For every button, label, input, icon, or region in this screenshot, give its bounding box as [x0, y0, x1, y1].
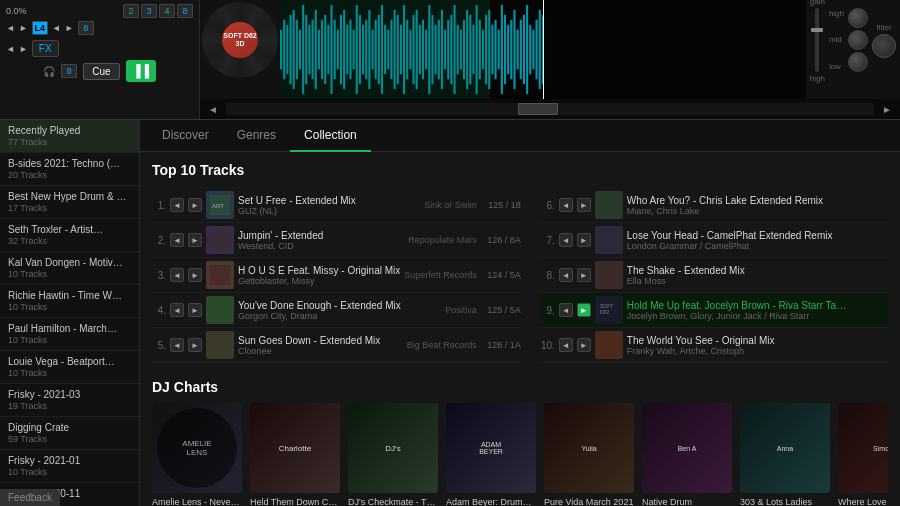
track-thumb-4 — [206, 296, 234, 324]
track-next-1[interactable]: ► — [188, 198, 202, 212]
sidebar-item-6[interactable]: Paul Hamilton - March… 10 Tracks — [0, 318, 139, 351]
cue-button[interactable]: Cue — [83, 63, 119, 80]
sidebar-item-title-2: Best New Hype Drum & B… — [8, 191, 128, 202]
arrow-right[interactable]: ► — [19, 23, 28, 33]
track-thumb-3 — [206, 261, 234, 289]
track-next-6[interactable]: ► — [577, 198, 591, 212]
content-area: Top 10 Tracks 1. ◄ ► ART Set U Free - Ex… — [140, 152, 900, 506]
tracks-column-right: 6. ◄ ► Who Are You? - Chris Lake Extende… — [541, 188, 888, 363]
eq-section-right: gain high high mid low — [806, 0, 900, 80]
num-box-8[interactable]: 8 — [177, 4, 193, 18]
track-prev-5[interactable]: ◄ — [170, 338, 184, 352]
svg-rect-72 — [507, 25, 509, 75]
track-next-9[interactable]: ► — [577, 303, 591, 317]
track-prev-2[interactable]: ◄ — [170, 233, 184, 247]
track-prev-6[interactable]: ◄ — [559, 198, 573, 212]
num-box-3[interactable]: 3 — [141, 4, 157, 18]
track-prev-3[interactable]: ◄ — [170, 268, 184, 282]
tab-genres[interactable]: Genres — [223, 120, 290, 152]
num-box-8b[interactable]: 8 — [78, 21, 94, 35]
track-next-8[interactable]: ► — [577, 268, 591, 282]
chart-card-1[interactable]: Charlotte Held Them Down Chart Charlotte… — [250, 403, 340, 506]
track-bpm-2: 126 / 8A — [481, 235, 521, 245]
tracks-column-left: 1. ◄ ► ART Set U Free - Extended Mix GUZ… — [152, 188, 521, 363]
track-next-7[interactable]: ► — [577, 233, 591, 247]
track-artist-1: GUZ (NL) — [238, 206, 420, 216]
sidebar-item-3[interactable]: Seth Troxler - Artist… 32 Tracks — [0, 219, 139, 252]
charts-grid: AMELIELENS Amelie Lens - Never The Sam… … — [152, 403, 888, 506]
svg-rect-76 — [520, 20, 522, 79]
track-thumb-5 — [206, 331, 234, 359]
arrow-right3[interactable]: ► — [19, 44, 28, 54]
arrow-right2[interactable]: ► — [65, 23, 74, 33]
sidebar-item-4[interactable]: Kal Van Dongen - Motiv… 10 Tracks — [0, 252, 139, 285]
track-prev-8[interactable]: ◄ — [559, 268, 573, 282]
mid-knob-right[interactable] — [848, 30, 868, 50]
sidebar-item-7[interactable]: Louie Vega - Beatport… 10 Tracks — [0, 351, 139, 384]
chart-card-0[interactable]: AMELIELENS Amelie Lens - Never The Sam… … — [152, 403, 242, 506]
arrow-left[interactable]: ◄ — [6, 23, 15, 33]
track-prev-4[interactable]: ◄ — [170, 303, 184, 317]
play-button[interactable]: ▐▐ — [126, 60, 156, 82]
main-content: Recently Played 77 Tracks B-sides 2021: … — [0, 120, 900, 506]
chart-thumb-4: Yulia — [544, 403, 634, 493]
chart-name-7: Where Love Lives — [838, 497, 888, 506]
mid-label-right: mid — [829, 35, 844, 44]
nav-arrow-right[interactable]: ► — [882, 104, 892, 115]
num-box-2[interactable]: 2 — [123, 4, 139, 18]
svg-rect-67 — [491, 25, 493, 75]
track-next-4[interactable]: ► — [188, 303, 202, 317]
sidebar-item-0[interactable]: Recently Played 77 Tracks — [0, 120, 139, 153]
sidebar-item-count-6: 10 Tracks — [8, 335, 131, 345]
svg-rect-82 — [539, 10, 541, 89]
chart-card-6[interactable]: Anna 303 & Lots Ladies Anna Lunoe — [740, 403, 830, 506]
nav-arrow-left[interactable]: ◄ — [208, 104, 218, 115]
track-thumb-7 — [595, 226, 623, 254]
track-info-5: Sun Goes Down - Extended Mix Cloonee — [238, 335, 403, 356]
fx-button[interactable]: FX — [32, 40, 59, 57]
chart-card-5[interactable]: Ben A Native Drum Ben A — [642, 403, 732, 506]
track-artist-3: Gettoblaster, Missy — [238, 276, 400, 286]
num-box-4[interactable]: 4 — [159, 4, 175, 18]
sidebar-item-9[interactable]: Digging Crate 59 Tracks — [0, 417, 139, 450]
sidebar-item-1[interactable]: B-sides 2021: Techno (… 20 Tracks — [0, 153, 139, 186]
track-title-6: Who Are You? - Chris Lake Extended Remix — [627, 195, 888, 206]
sidebar-item-2[interactable]: Best New Hype Drum & B… 17 Tracks — [0, 186, 139, 219]
headphone-num[interactable]: 8 — [61, 64, 77, 78]
track-artist-5: Cloonee — [238, 346, 403, 356]
track-next-3[interactable]: ► — [188, 268, 202, 282]
chart-card-7[interactable]: Simon Where Love Lives Simon Dunmore — [838, 403, 888, 506]
sidebar-item-8[interactable]: Frisky - 2021-03 19 Tracks — [0, 384, 139, 417]
track-prev-7[interactable]: ◄ — [559, 233, 573, 247]
high-knob-right[interactable] — [848, 8, 868, 28]
arrow-left3[interactable]: ◄ — [6, 44, 15, 54]
track-prev-10[interactable]: ◄ — [559, 338, 573, 352]
tab-collection[interactable]: Collection — [290, 120, 371, 152]
svg-rect-87 — [210, 230, 230, 250]
key-box[interactable]: L4 — [32, 21, 48, 35]
track-prev-9[interactable]: ◄ — [559, 303, 573, 317]
tab-discover[interactable]: Discover — [148, 120, 223, 152]
svg-rect-78 — [526, 5, 528, 94]
svg-rect-92 — [599, 230, 619, 250]
svg-rect-89 — [210, 300, 230, 320]
vinyl-art: SOFT D62 3D — [202, 2, 278, 78]
feedback-button[interactable]: Feedback — [0, 489, 60, 506]
sidebar-item-5[interactable]: Richie Hawtin - Time W… 10 Tracks — [0, 285, 139, 318]
filter-knob-right[interactable] — [872, 34, 896, 58]
low-knob-right[interactable] — [848, 52, 868, 72]
chart-card-2[interactable]: DJ's DJ's Checkmate - The King Chart Den… — [348, 403, 438, 506]
chart-card-4[interactable]: Yulia Pure Vida March 2021 Yulia Niko — [544, 403, 634, 506]
track-next-5[interactable]: ► — [188, 338, 202, 352]
sidebar-item-title-9: Digging Crate — [8, 422, 128, 433]
svg-rect-93 — [599, 265, 619, 285]
svg-text:ART: ART — [212, 203, 224, 209]
wf-overview[interactable] — [226, 103, 874, 115]
track-prev-1[interactable]: ◄ — [170, 198, 184, 212]
track-next-10[interactable]: ► — [577, 338, 591, 352]
arrow-left2[interactable]: ◄ — [52, 23, 61, 33]
gain-slider-right[interactable] — [815, 8, 819, 72]
track-next-2[interactable]: ► — [188, 233, 202, 247]
sidebar-item-10[interactable]: Frisky - 2021-01 10 Tracks — [0, 450, 139, 483]
chart-card-3[interactable]: ADAMBEYER Adam Beyer: Drumcode 200 Adam … — [446, 403, 536, 506]
